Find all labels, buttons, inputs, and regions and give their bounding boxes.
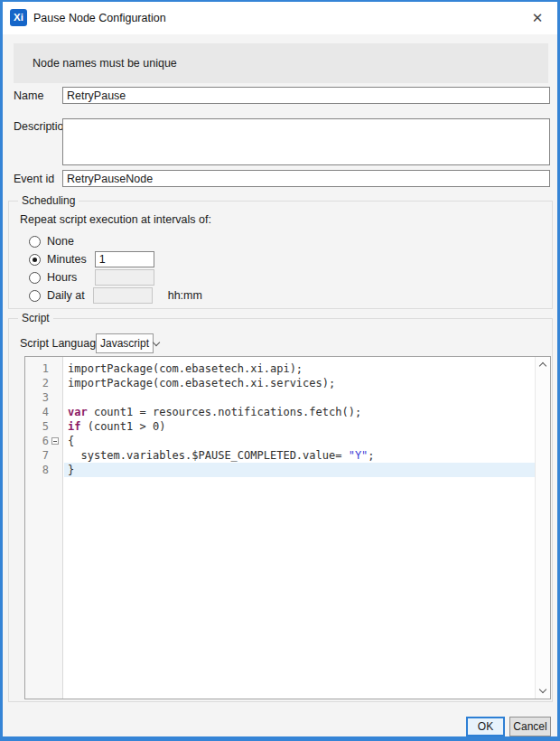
radio-label: Minutes (47, 253, 87, 266)
code-text: } (64, 463, 535, 477)
title-bar: Xi Pause Node Configuration ✕ (3, 2, 557, 34)
fold-spacer (50, 361, 64, 376)
code-lines: 1importPackage(com.ebasetech.xi.api);2im… (25, 361, 535, 477)
pause-node-configuration-dialog: Xi Pause Node Configuration ✕ Node names… (0, 0, 560, 741)
script-group-title: Script (18, 312, 53, 324)
radio-icon[interactable] (29, 290, 41, 302)
daily-time-input (93, 287, 153, 304)
cancel-button[interactable]: Cancel (509, 717, 551, 736)
line-number: 2 (25, 376, 50, 390)
code-line[interactable]: 5if (count1 > 0) (25, 419, 535, 434)
line-number: 3 (25, 390, 50, 405)
chevron-down-icon (153, 338, 160, 345)
code-line[interactable]: 4var count1 = resources.notifications.fe… (25, 405, 535, 419)
radio-option-hours[interactable]: Hours (29, 269, 154, 286)
line-number: 7 (25, 448, 50, 463)
line-number: 1 (25, 361, 50, 376)
radio-label: Daily at (47, 289, 85, 302)
ok-button[interactable]: OK (466, 717, 505, 736)
scheduling-group: Scheduling Repeat script execution at in… (8, 201, 553, 309)
close-icon[interactable]: ✕ (523, 5, 552, 31)
hours-input (95, 269, 154, 286)
code-text: importPackage(com.ebasetech.xi.services)… (64, 376, 535, 390)
editor-scrollbar[interactable] (535, 357, 550, 699)
radio-label: Hours (47, 271, 77, 284)
script-language-select[interactable]: Javascript (96, 333, 154, 353)
scheduling-group-title: Scheduling (18, 194, 79, 207)
warning-text: Node names must be unique (14, 43, 548, 83)
radio-option-minutes[interactable]: Minutes (29, 251, 154, 267)
scheduling-intro: Repeat script execution at intervals of: (20, 213, 211, 226)
minutes-input[interactable] (95, 251, 154, 267)
fold-collapse-icon[interactable] (50, 434, 64, 448)
code-text: importPackage(com.ebasetech.xi.api); (64, 361, 535, 376)
code-line[interactable]: 3 (25, 390, 535, 405)
code-text: var count1 = resources.notifications.fet… (64, 405, 535, 419)
code-line[interactable]: 2importPackage(com.ebasetech.xi.services… (25, 376, 535, 390)
event-id-label: Event id (14, 173, 54, 185)
radio-icon[interactable] (29, 236, 41, 248)
fold-spacer (50, 405, 64, 419)
event-id-input[interactable] (62, 170, 550, 187)
name-label: Name (14, 89, 43, 102)
code-line[interactable]: 1importPackage(com.ebasetech.xi.api); (25, 361, 535, 376)
fold-spacer (50, 448, 64, 463)
radio-option-none[interactable]: None (29, 233, 74, 249)
description-input[interactable] (62, 118, 550, 165)
fold-spacer (50, 419, 64, 434)
radio-option-daily[interactable]: Daily at hh:mm (29, 287, 202, 304)
time-format-hint: hh:mm (168, 289, 202, 302)
fold-spacer (50, 463, 64, 477)
code-text: if (count1 > 0) (64, 419, 535, 434)
warning-banner: Node names must be unique (14, 43, 548, 83)
radio-icon[interactable] (29, 272, 41, 284)
app-xi-icon: Xi (10, 9, 27, 26)
scroll-up-icon[interactable] (539, 362, 546, 370)
line-number: 4 (25, 405, 50, 419)
script-language-label: Script Language (20, 337, 102, 350)
radio-icon[interactable] (29, 254, 41, 266)
code-editor[interactable]: 1importPackage(com.ebasetech.xi.api);2im… (24, 356, 551, 699)
scroll-down-icon[interactable] (539, 686, 546, 693)
radio-label: None (47, 235, 74, 248)
line-number: 5 (25, 419, 50, 434)
line-number: 8 (25, 463, 50, 477)
window-title: Pause Node Configuration (33, 2, 166, 34)
code-line[interactable]: 7 system.variables.$PAUSE_COMPLETED.valu… (25, 448, 535, 463)
script-group: Script Script Language Javascript 1impor… (8, 318, 553, 702)
fold-spacer (50, 390, 64, 405)
script-language-value: Javascript (100, 337, 149, 350)
code-line[interactable]: 6{ (25, 434, 535, 448)
name-input[interactable] (62, 87, 550, 104)
fold-spacer (50, 376, 64, 390)
code-text: system.variables.$PAUSE_COMPLETED.value=… (64, 448, 535, 463)
code-text (64, 390, 535, 405)
line-number: 6 (25, 434, 50, 448)
code-line[interactable]: 8} (25, 463, 535, 477)
code-text: { (64, 434, 535, 448)
